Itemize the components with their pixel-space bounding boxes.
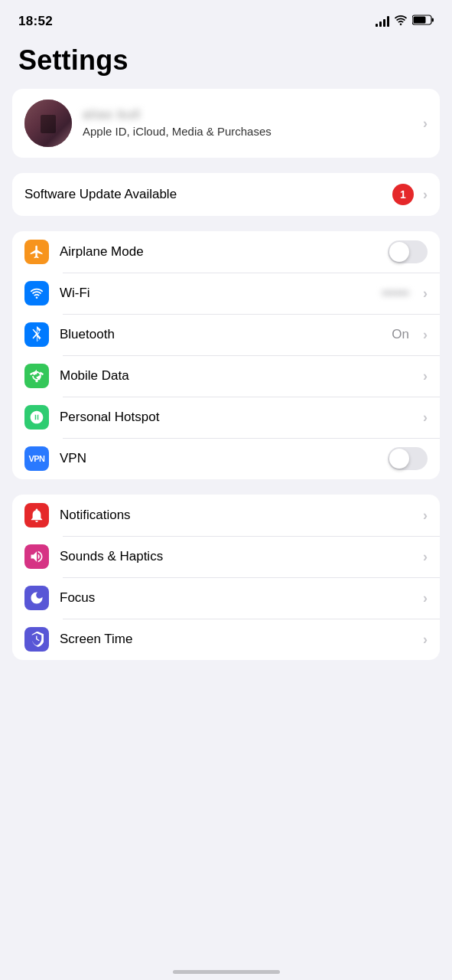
bluetooth-chevron: ›	[423, 327, 428, 343]
bluetooth-row[interactable]: Bluetooth On ›	[12, 314, 440, 355]
mobile-data-row[interactable]: Mobile Data ›	[12, 355, 440, 397]
sounds-haptics-chevron: ›	[423, 549, 428, 565]
svg-rect-1	[432, 18, 434, 22]
personal-hotspot-row[interactable]: Personal Hotspot ›	[12, 397, 440, 438]
screen-time-label: Screen Time	[60, 632, 412, 647]
sounds-haptics-label: Sounds & Haptics	[60, 549, 412, 564]
airplane-mode-row[interactable]: Airplane Mode	[12, 231, 440, 273]
apple-id-subtitle: Apple ID, iCloud, Media & Purchases	[83, 124, 412, 139]
focus-chevron: ›	[423, 590, 428, 606]
vpn-icon: VPN	[24, 446, 49, 471]
notifications-label: Notifications	[60, 508, 412, 523]
update-badge: 1	[392, 184, 414, 205]
airplane-mode-toggle[interactable]	[388, 240, 428, 263]
screen-time-row[interactable]: Screen Time ›	[12, 619, 440, 660]
bluetooth-icon	[24, 322, 49, 347]
wifi-row[interactable]: Wi-Fi •••••• ›	[12, 273, 440, 314]
wifi-label: Wi-Fi	[60, 286, 371, 301]
apple-id-info: alias bull Apple ID, iCloud, Media & Pur…	[83, 107, 412, 139]
mobile-data-icon	[24, 364, 49, 388]
notifications-row[interactable]: Notifications ›	[12, 495, 440, 536]
avatar	[24, 100, 72, 147]
bluetooth-value: On	[392, 327, 409, 342]
vpn-row[interactable]: VPN VPN	[12, 438, 440, 479]
personal-hotspot-icon	[24, 405, 49, 430]
system-group: Notifications › Sounds & Haptics › Focus…	[12, 495, 440, 660]
sounds-haptics-icon	[24, 544, 49, 569]
wifi-status-icon	[394, 15, 408, 28]
screen-time-chevron: ›	[423, 632, 428, 648]
wifi-icon	[24, 281, 49, 305]
status-time: 18:52	[18, 14, 53, 29]
notifications-icon	[24, 503, 49, 528]
update-chevron: ›	[423, 187, 428, 203]
apple-id-card[interactable]: alias bull Apple ID, iCloud, Media & Pur…	[12, 89, 440, 158]
airplane-mode-icon	[24, 240, 49, 264]
wifi-chevron: ›	[423, 286, 428, 302]
apple-id-name: alias bull	[83, 107, 412, 122]
focus-row[interactable]: Focus ›	[12, 577, 440, 619]
apple-id-row[interactable]: alias bull Apple ID, iCloud, Media & Pur…	[12, 89, 440, 158]
vpn-label: VPN	[60, 451, 377, 466]
svg-rect-2	[414, 17, 426, 24]
wifi-value: ••••••	[382, 286, 409, 301]
status-icons	[376, 15, 434, 28]
connectivity-group: Airplane Mode Wi-Fi •••••• › Bluetooth O…	[12, 231, 440, 479]
battery-icon	[412, 15, 434, 28]
software-update-card[interactable]: Software Update Available 1 ›	[12, 173, 440, 216]
personal-hotspot-chevron: ›	[423, 410, 428, 426]
sounds-haptics-row[interactable]: Sounds & Haptics ›	[12, 536, 440, 577]
personal-hotspot-label: Personal Hotspot	[60, 410, 412, 425]
software-update-row[interactable]: Software Update Available 1 ›	[12, 173, 440, 216]
home-indicator	[0, 964, 452, 980]
mobile-data-chevron: ›	[423, 368, 428, 384]
mobile-data-label: Mobile Data	[60, 368, 412, 384]
focus-label: Focus	[60, 590, 412, 606]
focus-icon	[24, 586, 49, 610]
page-title: Settings	[0, 38, 452, 89]
airplane-mode-label: Airplane Mode	[60, 244, 377, 260]
bluetooth-label: Bluetooth	[60, 327, 381, 342]
status-bar: 18:52	[0, 0, 452, 38]
notifications-chevron: ›	[423, 508, 428, 524]
apple-id-chevron: ›	[423, 116, 428, 132]
screen-time-icon	[24, 627, 49, 652]
home-bar	[173, 970, 280, 974]
software-update-label: Software Update Available	[24, 187, 383, 202]
signal-icon	[376, 16, 389, 27]
vpn-toggle[interactable]	[388, 447, 428, 470]
